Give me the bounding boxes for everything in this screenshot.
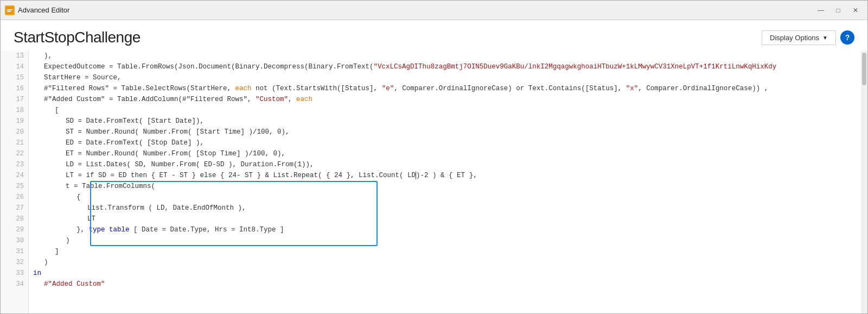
advanced-editor-window: Advanced Editor — □ ✕ StartStopChallenge… [0, 0, 868, 314]
line-num-21: 21 [1, 137, 24, 148]
line-num-31: 31 [1, 246, 24, 257]
code-lines: ), ExpectedOutcome = Table.FromRows(Json… [29, 51, 861, 313]
header-right: Display Options ▼ ? [762, 30, 854, 45]
svg-rect-2 [7, 9, 12, 10]
line-num-25: 25 [1, 181, 24, 192]
code-line-34: #"Added Custom" [33, 279, 857, 290]
line-num-22: 22 [1, 148, 24, 159]
editor-container: 13 14 15 16 17 18 19 20 21 22 23 24 25 2… [1, 51, 867, 313]
code-line-33: in [33, 268, 857, 279]
code-line-28: LT [33, 213, 857, 224]
code-line-14: ExpectedOutcome = Table.FromRows(Json.Do… [33, 61, 857, 72]
code-line-24: LT = if SD = ED then { ET - ST } else { … [33, 170, 857, 181]
title-bar: Advanced Editor — □ ✕ [1, 1, 867, 20]
help-button[interactable]: ? [840, 30, 854, 45]
code-line-31: ] [33, 246, 857, 257]
content-area: StartStopChallenge Display Options ▼ ? 1… [1, 20, 867, 313]
maximize-button[interactable]: □ [831, 4, 846, 16]
highlighted-block: t = Table.FromColumns( { List.Transform … [33, 181, 857, 246]
display-options-label: Display Options [770, 34, 819, 42]
display-options-button[interactable]: Display Options ▼ [762, 30, 836, 45]
app-icon [5, 5, 15, 15]
close-button[interactable]: ✕ [848, 4, 863, 16]
code-line-25: t = Table.FromColumns( [33, 181, 857, 192]
line-num-28: 28 [1, 213, 24, 224]
code-line-18: [ [33, 105, 857, 116]
chevron-down-icon: ▼ [822, 35, 828, 41]
line-num-14: 14 [1, 61, 24, 72]
code-editor-inner: 13 14 15 16 17 18 19 20 21 22 23 24 25 2… [1, 51, 861, 313]
line-num-27: 27 [1, 203, 24, 213]
code-editor[interactable]: 13 14 15 16 17 18 19 20 21 22 23 24 25 2… [1, 51, 861, 313]
line-num-23: 23 [1, 159, 24, 170]
line-num-18: 18 [1, 105, 24, 116]
line-num-20: 20 [1, 127, 24, 137]
line-numbers: 13 14 15 16 17 18 19 20 21 22 23 24 25 2… [1, 51, 29, 313]
minimize-button[interactable]: — [813, 4, 828, 16]
header-bar: StartStopChallenge Display Options ▼ ? [1, 20, 867, 51]
line-num-15: 15 [1, 72, 24, 83]
line-num-33: 33 [1, 268, 24, 279]
line-num-32: 32 [1, 257, 24, 268]
line-num-24: 24 [1, 170, 24, 181]
line-num-16: 16 [1, 83, 24, 94]
scrollbar-thumb[interactable] [862, 53, 866, 85]
line-num-17: 17 [1, 94, 24, 105]
line-num-30: 30 [1, 235, 24, 246]
code-line-13: ), [33, 51, 857, 61]
line-num-29: 29 [1, 224, 24, 235]
window-controls: — □ ✕ [813, 4, 863, 16]
code-line-29: }, type table [ Date = Date.Type, Hrs = … [33, 224, 857, 235]
window-title: Advanced Editor [18, 6, 813, 14]
code-line-15: StartHere = Source, [33, 72, 857, 83]
code-line-23: LD = List.Dates( SD, Number.From( ED-SD … [33, 159, 857, 170]
line-num-34: 34 [1, 279, 24, 290]
code-line-22: ET = Number.Round( Number.From( [Stop Ti… [33, 148, 857, 159]
vertical-scrollbar[interactable] [861, 51, 867, 313]
code-line-27: List.Transform ( LD, Date.EndOfMonth ), [33, 203, 857, 213]
code-line-32: ) [33, 257, 857, 268]
line-num-26: 26 [1, 192, 24, 203]
line-num-19: 19 [1, 116, 24, 127]
code-line-30: ) [33, 235, 857, 246]
code-line-26: { [33, 192, 857, 203]
code-line-16: #"Filtered Rows" = Table.SelectRows(Star… [33, 83, 857, 94]
code-line-19: SD = Date.FromText( [Start Date]), [33, 116, 857, 127]
code-line-17: #"Added Custom" = Table.AddColumn(#"Filt… [33, 94, 857, 105]
code-line-21: ED = Date.FromText( [Stop Date] ), [33, 137, 857, 148]
page-title: StartStopChallenge [14, 29, 141, 46]
svg-rect-3 [7, 11, 11, 12]
line-num-13: 13 [1, 51, 24, 61]
code-line-20: ST = Number.Round( Number.From( [Start T… [33, 127, 857, 137]
